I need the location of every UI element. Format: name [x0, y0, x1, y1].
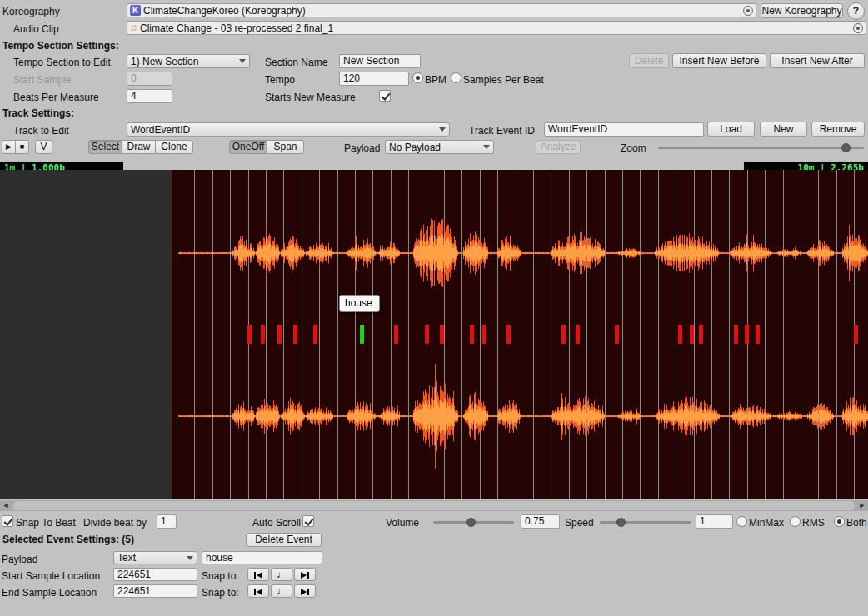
analyze-button: Analyze [536, 140, 581, 154]
zoom-label: Zoom [621, 142, 646, 154]
clone-mode-button[interactable]: Clone [155, 140, 193, 154]
waveform-view[interactable]: house [172, 170, 868, 499]
event-marker[interactable] [615, 325, 619, 344]
select-mode-button[interactable]: Select [88, 140, 122, 154]
event-marker[interactable] [293, 325, 297, 344]
event-marker-selected[interactable] [360, 325, 364, 344]
speed-slider[interactable] [600, 521, 691, 524]
both-radio[interactable] [834, 516, 845, 527]
event-marker[interactable] [734, 325, 738, 344]
event-marker[interactable] [756, 325, 760, 344]
snap-to-beat-checkbox[interactable] [2, 515, 13, 527]
event-marker[interactable] [313, 325, 317, 344]
event-marker[interactable] [277, 325, 282, 344]
quarter-note-icon: ♩ [277, 585, 287, 597]
auto-scroll-checkbox[interactable] [302, 515, 314, 527]
tempo-input[interactable]: 120 [339, 72, 409, 86]
samples-per-beat-radio[interactable] [451, 72, 461, 83]
event-payload-tooltip: house [339, 295, 380, 312]
event-marker[interactable] [440, 325, 444, 344]
speed-slider-thumb[interactable] [616, 518, 626, 527]
snap-end-next-beat-button[interactable] [294, 584, 316, 598]
load-track-button[interactable]: Load [707, 122, 755, 137]
insert-new-after-button[interactable]: Insert New After [770, 53, 865, 68]
end-sample-location-label: End Sample Location [2, 587, 97, 599]
event-marker[interactable] [470, 325, 474, 344]
object-picker-icon[interactable] [853, 23, 863, 33]
volume-input[interactable]: 0.75 [521, 514, 560, 529]
new-track-button[interactable]: New [760, 122, 807, 137]
stop-button[interactable]: ■ [15, 140, 29, 154]
music-note-icon: ♫ [130, 22, 137, 33]
section-name-input[interactable]: New Section [339, 54, 421, 68]
play-button[interactable]: ▶ [2, 140, 16, 154]
beats-per-measure-input[interactable]: 4 [127, 89, 172, 103]
insert-new-before-button[interactable]: Insert New Before [672, 53, 766, 68]
bpm-radio-label: BPM [425, 74, 446, 86]
event-marker[interactable] [854, 325, 858, 344]
payload-type-dropdown[interactable]: Text [113, 551, 197, 564]
play-icon: ▶ [6, 142, 12, 151]
speed-input[interactable]: 1 [696, 514, 733, 529]
tempo-section-dropdown[interactable]: 1) New Section [127, 54, 250, 68]
zoom-slider[interactable] [658, 147, 864, 149]
snap-start-nearest-beat-button[interactable]: ♩ [271, 568, 292, 581]
volume-label: Volume [386, 517, 419, 529]
event-marker[interactable] [247, 325, 252, 344]
scroll-left-arrow-icon[interactable]: ◄ [0, 500, 12, 511]
chevron-down-icon [439, 127, 446, 132]
speed-label: Speed [565, 517, 594, 529]
volume-slider[interactable] [433, 521, 514, 524]
start-sample-location-input[interactable]: 224651 [113, 568, 197, 581]
scrollbar-thumb[interactable] [13, 501, 855, 510]
event-marker[interactable] [261, 325, 265, 344]
draw-mode-button[interactable]: Draw [122, 140, 156, 154]
event-marker[interactable] [482, 325, 486, 344]
minmax-radio[interactable] [736, 516, 747, 527]
event-marker[interactable] [506, 325, 511, 344]
koreography-object-value: ClimateChangeKoreo (Koreography) [143, 5, 306, 17]
beats-per-measure-label: Beats Per Measure [13, 92, 99, 103]
payload-text-input[interactable]: house [202, 551, 322, 564]
koreography-object-field[interactable]: K ClimateChangeKoreo (Koreography) [127, 3, 756, 17]
payload-dropdown[interactable]: No Payload [385, 140, 494, 154]
help-button[interactable]: ? [847, 2, 865, 20]
remove-track-button[interactable]: Remove [811, 122, 865, 137]
event-marker[interactable] [745, 325, 749, 344]
event-marker[interactable] [561, 325, 566, 344]
starts-new-measure-checkbox[interactable] [379, 90, 391, 102]
track-to-edit-dropdown[interactable]: WordEventID [127, 122, 450, 137]
snap-end-nearest-beat-button[interactable]: ♩ [271, 584, 292, 598]
track-to-edit-label: Track to Edit [13, 125, 69, 137]
audio-clip-object-field[interactable]: ♫ Climate Change - 03 re-processed 2 fin… [127, 21, 866, 35]
chevron-down-icon [483, 145, 490, 149]
divide-beat-input[interactable]: 1 [157, 514, 177, 529]
event-marker[interactable] [394, 325, 398, 344]
volume-slider-thumb[interactable] [466, 518, 476, 527]
v-toggle-button[interactable]: V [35, 140, 52, 154]
bpm-radio[interactable] [412, 72, 423, 83]
both-radio-label: Both [846, 517, 867, 529]
track-event-id-input[interactable]: WordEventID [544, 122, 704, 137]
new-koreography-button[interactable]: New Koreography [761, 3, 843, 18]
event-marker[interactable] [678, 325, 682, 344]
object-picker-icon[interactable] [743, 6, 753, 16]
end-sample-location-input[interactable]: 224651 [113, 584, 197, 598]
event-marker[interactable] [699, 325, 703, 344]
snap-start-next-beat-button[interactable] [294, 568, 316, 581]
oneoff-mode-button[interactable]: OneOff [229, 140, 267, 154]
span-mode-button[interactable]: Span [267, 140, 304, 154]
auto-scroll-label: Auto Scroll [252, 517, 301, 529]
event-marker[interactable] [576, 325, 580, 344]
start-sample-input: 0 [127, 72, 172, 86]
event-marker[interactable] [690, 325, 694, 344]
event-marker[interactable] [425, 325, 429, 344]
track-settings-title: Track Settings: [2, 107, 74, 119]
delete-event-button[interactable]: Delete Event [246, 533, 322, 547]
scroll-right-arrow-icon[interactable]: ► [856, 500, 868, 511]
snap-start-prev-beat-button[interactable] [247, 568, 269, 581]
snap-end-prev-beat-button[interactable] [247, 584, 269, 598]
rms-radio[interactable] [790, 516, 801, 527]
horizontal-scrollbar[interactable]: ◄ ► [0, 500, 868, 511]
zoom-slider-thumb[interactable] [841, 143, 851, 152]
